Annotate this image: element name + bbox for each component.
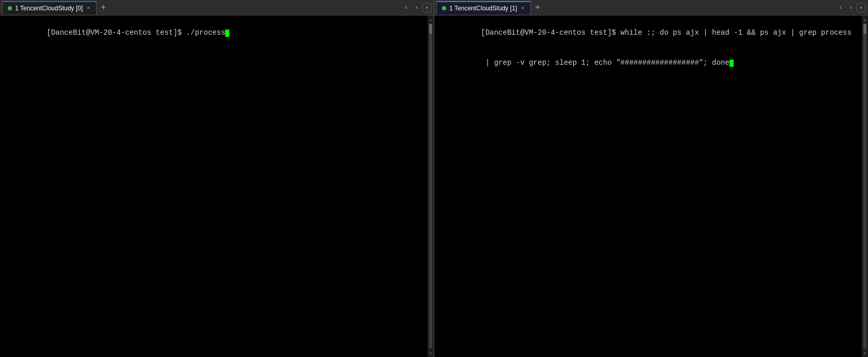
left-prompt: [DanceBit@VM-20-4-centos test]$ [47,28,182,37]
left-tab-dropdown-button[interactable]: ▾ [422,3,432,12]
right-terminal-line-2: | grep -v grep; sleep 1; echo "#########… [437,48,859,79]
right-command-line1: while :; do ps ajx | head -1 && ps ajx |… [616,28,851,37]
right-tab-dropdown-button[interactable]: ▾ [857,3,866,12]
right-terminal-body[interactable]: [DanceBit@VM-20-4-centos test]$ while :;… [434,16,862,357]
left-terminal-line-1: [DanceBit@VM-20-4-centos test]$ ./proces… [3,18,424,48]
right-active-tab[interactable]: 1 TencentCloudStudy [1] × [436,1,531,15]
right-tab-dot [442,6,446,10]
right-tab-prev-button[interactable]: ‹ [836,3,845,12]
left-terminal-body[interactable]: [DanceBit@VM-20-4-centos test]$ ./proces… [0,16,428,357]
left-scroll-up-button[interactable]: ▴ [428,17,433,23]
right-tab-add-button[interactable]: + [532,2,543,13]
right-terminal-pane: 1 TencentCloudStudy [1] × + ‹ › ▾ [Dance… [434,0,868,357]
right-tab-label: 1 TencentCloudStudy [1] [449,5,517,12]
left-tab-dot [8,6,12,10]
left-tab-bar: 1 TencentCloudStudy [0] × + ‹ › ▾ [0,0,434,16]
left-tab-prev-button[interactable]: ‹ [402,3,411,12]
right-scrollbar: ▴ ▾ [862,16,868,357]
right-scroll-down-button[interactable]: ▾ [862,350,867,356]
right-cursor [729,60,734,67]
left-scroll-down-button[interactable]: ▾ [428,350,433,356]
right-scroll-track[interactable] [863,24,866,349]
left-pane-body-container: [DanceBit@VM-20-4-centos test]$ ./proces… [0,16,434,357]
left-tab-add-button[interactable]: + [98,2,109,13]
right-tab-bar: 1 TencentCloudStudy [1] × + ‹ › ▾ [434,0,868,16]
right-tab-close-button[interactable]: × [520,5,526,11]
right-command-line2: | grep -v grep; sleep 1; echo "#########… [481,59,729,67]
right-scroll-up-button[interactable]: ▴ [862,17,867,23]
left-scroll-track[interactable] [429,24,432,349]
left-tab-nav: ‹ › ▾ [402,3,432,12]
left-cursor [225,30,229,37]
left-command: ./process [182,28,225,37]
left-terminal-pane: 1 TencentCloudStudy [0] × + ‹ › ▾ [Dance… [0,0,434,357]
left-scroll-thumb[interactable] [429,24,432,34]
right-prompt: [DanceBit@VM-20-4-centos test]$ [481,28,616,37]
right-terminal-line-1: [DanceBit@VM-20-4-centos test]$ while :;… [437,18,859,48]
left-tab-next-button[interactable]: › [412,3,421,12]
left-scrollbar: ▴ ▾ [428,16,434,357]
left-tab-label: 1 TencentCloudStudy [0] [15,5,83,12]
right-scroll-thumb[interactable] [863,24,866,34]
terminal-container: 1 TencentCloudStudy [0] × + ‹ › ▾ [Dance… [0,0,868,357]
right-tab-nav: ‹ › ▾ [836,3,866,12]
left-tab-close-button[interactable]: × [86,5,91,11]
left-active-tab[interactable]: 1 TencentCloudStudy [0] × [2,1,97,15]
right-pane-body-container: [DanceBit@VM-20-4-centos test]$ while :;… [434,16,868,357]
right-tab-next-button[interactable]: › [846,3,856,12]
